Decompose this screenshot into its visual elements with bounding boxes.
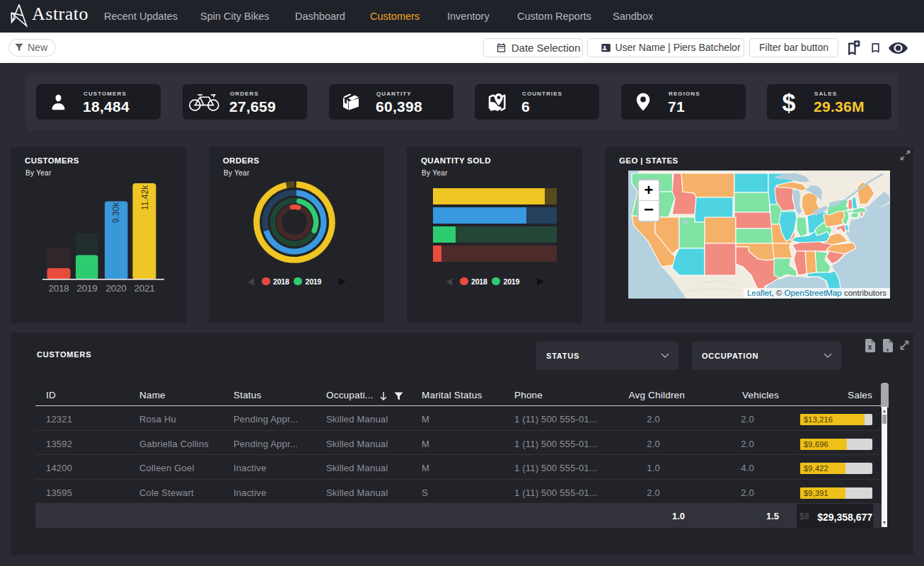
- svg-text:,: ,: [887, 342, 889, 352]
- svg-text:2019: 2019: [77, 283, 98, 294]
- svg-text:x: x: [868, 343, 872, 351]
- svg-text:11.42k: 11.42k: [140, 185, 150, 210]
- svg-text:2018: 2018: [49, 283, 69, 294]
- svg-text:9.30k: 9.30k: [111, 202, 121, 223]
- svg-text:2021: 2021: [134, 283, 155, 294]
- svg-text:2020: 2020: [106, 283, 127, 294]
